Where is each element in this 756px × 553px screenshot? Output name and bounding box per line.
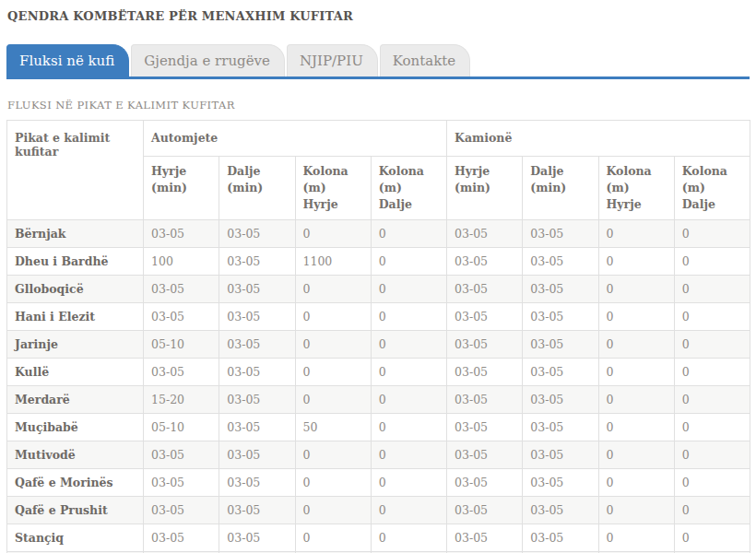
- value-cell: 15-20: [144, 386, 219, 414]
- section-title: FLUKSI NË PIKAT E KALIMIT KUFITAR: [7, 99, 750, 112]
- value-cell: 50: [295, 414, 371, 441]
- crossing-point-name: Stançiq: [7, 524, 144, 552]
- crossing-point-name: Qafë e Prushit: [7, 497, 144, 524]
- crossing-point-name: Merdarë: [7, 386, 144, 414]
- value-cell: 03-05: [219, 220, 295, 248]
- value-cell: 03-05: [523, 469, 598, 497]
- column-header: Kolona (m) Hyrje: [295, 157, 371, 220]
- column-header: Kolona (m) Hyrje: [598, 157, 674, 220]
- value-cell: 03-05: [523, 414, 598, 441]
- value-cell: 0: [371, 441, 446, 469]
- crossing-point-name: Qafë e Morinës: [7, 469, 144, 497]
- value-cell: 0: [674, 469, 750, 497]
- value-cell: 0: [295, 359, 371, 386]
- crossing-point-name: Kullë: [7, 359, 144, 386]
- value-cell: 03-05: [144, 524, 219, 552]
- value-cell: 0: [598, 303, 674, 331]
- value-cell: 03-05: [523, 331, 598, 359]
- value-cell: 03-05: [447, 220, 523, 248]
- value-cell: 03-05: [523, 441, 598, 469]
- table-row: Muçibabë05-1003-0550003-0503-0500: [7, 414, 750, 441]
- value-cell: 0: [598, 331, 674, 359]
- value-cell: 03-05: [219, 441, 295, 469]
- value-cell: 0: [371, 386, 446, 414]
- column-header: Dalje (min): [219, 157, 295, 220]
- value-cell: 03-05: [219, 303, 295, 331]
- value-cell: 03-05: [144, 220, 219, 248]
- value-cell: 03-05: [447, 414, 523, 441]
- value-cell: 03-05: [219, 414, 295, 441]
- value-cell: 0: [674, 414, 750, 441]
- table-row: Hani i Elezit03-0503-050003-0503-0500: [7, 303, 750, 331]
- table-row: Dheu i Bardhë10003-051100003-0503-0500: [7, 248, 750, 276]
- tab-gjendja-e-rrugeve[interactable]: Gjendja e rrugëve: [131, 44, 285, 76]
- value-cell: 0: [295, 497, 371, 524]
- table-row: Qafë e Morinës03-0503-050003-0503-0500: [7, 469, 750, 497]
- page: QENDRA KOMBËTARE PËR MENAXHIM KUFITAR Fl…: [0, 0, 756, 553]
- tab-fluksi-ne-kufi[interactable]: Fluksi në kufi: [6, 44, 129, 76]
- value-cell: 0: [674, 331, 750, 359]
- value-cell: 0: [371, 497, 446, 524]
- value-cell: 0: [371, 524, 446, 552]
- table-row: Kullë03-0503-050003-0503-0500: [7, 359, 750, 386]
- value-cell: 0: [295, 303, 371, 331]
- tab-kontakte[interactable]: Kontakte: [380, 44, 470, 76]
- value-cell: 03-05: [523, 220, 598, 248]
- crossing-point-name: Dheu i Bardhë: [7, 248, 144, 276]
- value-cell: 03-05: [219, 276, 295, 303]
- value-cell: 0: [674, 359, 750, 386]
- value-cell: 0: [674, 441, 750, 469]
- value-cell: 03-05: [447, 276, 523, 303]
- table-row: Glloboqicë03-0503-050003-0503-0500: [7, 276, 750, 303]
- value-cell: 0: [598, 441, 674, 469]
- value-cell: 0: [371, 220, 446, 248]
- value-cell: 0: [371, 359, 446, 386]
- value-cell: 0: [674, 220, 750, 248]
- value-cell: 03-05: [144, 497, 219, 524]
- value-cell: 0: [295, 331, 371, 359]
- value-cell: 0: [674, 303, 750, 331]
- column-group-automjete: Automjete: [144, 121, 447, 157]
- value-cell: 03-05: [144, 276, 219, 303]
- value-cell: 0: [598, 359, 674, 386]
- crossing-point-name: Muçibabë: [7, 414, 144, 441]
- group-header-row: Pikat e kalimit kufitar Automjete Kamion…: [7, 121, 750, 157]
- column-header: Kolona (m) Dalje: [674, 157, 750, 220]
- crossing-point-name: Hani i Elezit: [7, 303, 144, 331]
- value-cell: 100: [144, 248, 219, 276]
- value-cell: 03-05: [144, 303, 219, 331]
- value-cell: 0: [371, 469, 446, 497]
- value-cell: 03-05: [447, 469, 523, 497]
- table-row: Mutivodë03-0503-050003-0503-0500: [7, 441, 750, 469]
- border-flow-table: Pikat e kalimit kufitar Automjete Kamion…: [6, 120, 750, 553]
- value-cell: 03-05: [219, 331, 295, 359]
- value-cell: 03-05: [523, 386, 598, 414]
- value-cell: 03-05: [219, 248, 295, 276]
- page-title: QENDRA KOMBËTARE PËR MENAXHIM KUFITAR: [6, 7, 750, 23]
- table-row: Merdarë15-2003-050003-0503-0500: [7, 386, 750, 414]
- value-cell: 03-05: [447, 497, 523, 524]
- tab-bar: Fluksi në kufi Gjendja e rrugëve NJIP/PI…: [6, 44, 750, 79]
- value-cell: 03-05: [523, 524, 598, 552]
- value-cell: 03-05: [523, 497, 598, 524]
- value-cell: 0: [371, 414, 446, 441]
- column-header-crossing-points: Pikat e kalimit kufitar: [7, 121, 144, 220]
- value-cell: 03-05: [447, 331, 523, 359]
- value-cell: 1100: [295, 248, 371, 276]
- value-cell: 0: [295, 220, 371, 248]
- value-cell: 03-05: [447, 524, 523, 552]
- column-header: Hyrje (min): [144, 157, 219, 220]
- value-cell: 05-10: [144, 331, 219, 359]
- value-cell: 03-05: [219, 469, 295, 497]
- tab-njip-piu[interactable]: NJIP/PIU: [287, 44, 378, 76]
- value-cell: 0: [295, 469, 371, 497]
- table-row: Jarinje05-1003-050003-0503-0500: [7, 331, 750, 359]
- value-cell: 05-10: [144, 414, 219, 441]
- value-cell: 03-05: [447, 386, 523, 414]
- value-cell: 03-05: [447, 303, 523, 331]
- value-cell: 0: [371, 303, 446, 331]
- table-body: Bërnjak03-0503-050003-0503-0500Dheu i Ba…: [7, 220, 750, 553]
- value-cell: 0: [295, 386, 371, 414]
- table-header: Pikat e kalimit kufitar Automjete Kamion…: [7, 121, 750, 220]
- value-cell: 03-05: [219, 497, 295, 524]
